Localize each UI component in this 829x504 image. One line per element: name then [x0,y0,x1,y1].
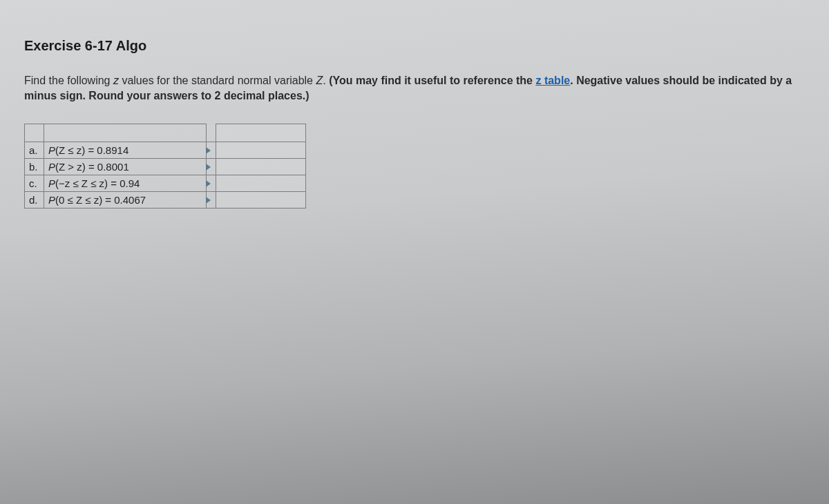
expr-inner: (Z > z) [55,161,86,173]
prompt-mid: values for the standard normal variable [119,75,316,86]
answer-input[interactable] [216,175,306,192]
expr-value: = 0.8914 [85,144,128,156]
exercise-title: Exercise 6-17 Algo [24,38,805,54]
prompt-z-var: z [113,75,119,86]
indicator-icon [206,197,211,204]
exercise-prompt: Find the following z values for the stan… [24,73,798,103]
expr-value: = 0.94 [108,177,140,189]
prompt-big-z: Z [316,75,323,86]
table-row: a. P(Z ≤ z) = 0.8914 [25,142,306,159]
prompt-lead: Find the following [24,75,113,86]
table-row: d. P(0 ≤ Z ≤ z) = 0.4067 [25,192,306,209]
expr-inner: (Z ≤ z) [55,144,85,156]
row-expression: P(0 ≤ Z ≤ z) = 0.4067 [44,192,207,209]
row-label: d. [25,192,44,209]
indicator-icon [206,180,211,187]
expr-inner: (−z ≤ Z ≤ z) [55,177,108,189]
expr-value: = 0.4067 [102,194,146,206]
row-label: b. [25,159,44,175]
expr-p: P [48,177,55,189]
table-header-row [25,124,306,142]
answer-input[interactable] [216,159,306,175]
expr-p: P [48,194,55,206]
row-expression: P(−z ≤ Z ≤ z) = 0.94 [44,175,207,192]
indicator-icon [206,147,211,154]
answer-input[interactable] [216,142,306,159]
expr-p: P [48,144,55,156]
table-row: c. P(−z ≤ Z ≤ z) = 0.94 [25,175,306,192]
prompt-period: . [323,75,329,86]
table-row: b. P(Z > z) = 0.8001 [25,159,306,175]
indicator-icon [206,164,211,171]
answer-input[interactable] [216,192,306,209]
z-table-link[interactable]: z table [535,75,570,86]
expr-p: P [48,161,55,173]
expr-value: = 0.8001 [86,161,129,173]
prompt-bold-a: (You may find it useful to reference the [329,75,535,86]
expr-inner: (0 ≤ Z ≤ z) [55,194,102,206]
answer-table: a. P(Z ≤ z) = 0.8914 b. P(Z > z) = 0.800… [24,124,306,209]
row-expression: P(Z > z) = 0.8001 [44,159,207,175]
row-label: a. [25,142,44,159]
row-label: c. [25,175,44,192]
row-expression: P(Z ≤ z) = 0.8914 [44,142,207,159]
